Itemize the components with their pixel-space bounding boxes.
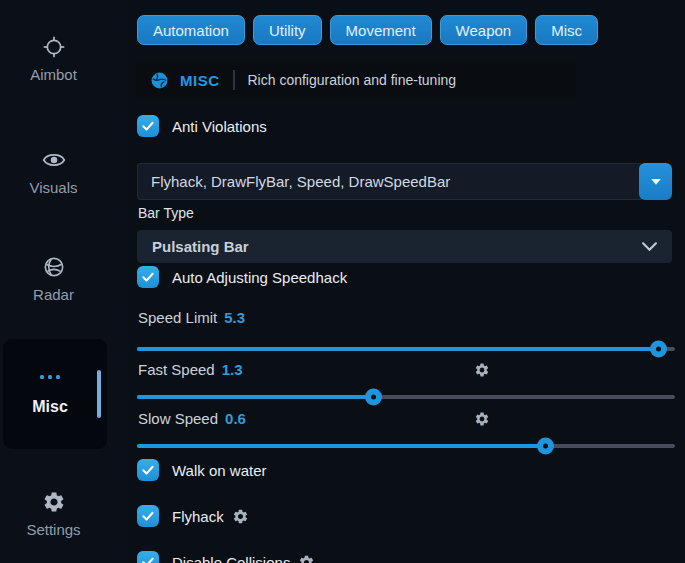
tab-weapon[interactable]: Weapon [440, 15, 528, 45]
slider-fill [137, 395, 374, 399]
tab-misc[interactable]: Misc [535, 15, 598, 45]
slider-track[interactable] [137, 395, 675, 399]
sidebar-item-aimbot[interactable]: Aimbot [0, 33, 107, 83]
gear-icon[interactable] [298, 554, 315, 563]
toggle-label: Disable Collisions [172, 554, 315, 563]
flyhack-toggle[interactable]: Flyhack [137, 505, 249, 527]
tab-movement[interactable]: Movement [330, 15, 432, 45]
sidebar-item-label: Settings [0, 521, 107, 538]
walk-on-water-toggle[interactable]: Walk on water [137, 459, 266, 481]
check-icon [141, 270, 155, 284]
check-icon [141, 509, 155, 523]
slider-thumb[interactable] [365, 388, 382, 405]
chevron-down-icon [642, 242, 657, 251]
tab-utility[interactable]: Utility [253, 15, 322, 45]
tab-automation[interactable]: Automation [137, 15, 245, 45]
slow-speed-label: Slow Speed 0.6 [138, 410, 246, 427]
section-header: MISC Rich configuration and fine-tuning [137, 62, 575, 98]
bar-type-dropdown[interactable]: Pulsating Bar [137, 230, 672, 263]
slider-thumb[interactable] [537, 437, 554, 454]
checkbox-checked[interactable] [137, 459, 159, 481]
checkbox-checked[interactable] [137, 551, 159, 563]
disable-collisions-toggle[interactable]: Disable Collisions [137, 551, 315, 563]
toggle-label: Anti Violations [172, 118, 267, 135]
toggle-text: Disable Collisions [172, 554, 290, 563]
speed-limit-slider[interactable] [137, 340, 675, 357]
slider-name: Fast Speed [138, 361, 215, 378]
speed-limit-label: Speed Limit 5.3 [138, 309, 245, 326]
flags-dropdown-value[interactable]: Flyhack, DrawFlyBar, Speed, DrawSpeedBar [137, 163, 641, 200]
slider-fill [137, 444, 546, 448]
check-icon [141, 463, 155, 477]
checkbox-checked[interactable] [137, 505, 159, 527]
anti-violations-toggle[interactable]: Anti Violations [137, 115, 267, 137]
globe-icon [150, 71, 169, 90]
slider-track[interactable] [137, 347, 675, 351]
fast-speed-slider[interactable] [137, 388, 675, 405]
toggle-label: Flyhack [172, 508, 249, 525]
slider-value: 5.3 [224, 309, 245, 326]
misc-panel: Automation Utility Movement Weapon Misc … [137, 0, 675, 563]
flags-dropdown-button[interactable] [639, 163, 672, 200]
gear-icon[interactable] [232, 508, 249, 525]
slider-track[interactable] [137, 444, 675, 448]
sidebar-item-radar[interactable]: Radar [0, 253, 107, 303]
sidebar-item-label: Visuals [0, 179, 107, 196]
globe-icon [0, 253, 107, 281]
check-icon [141, 119, 155, 133]
mod-menu-window: Aimbot Visuals Radar [0, 0, 685, 563]
sidebar-item-label: Aimbot [0, 66, 107, 83]
flags-dropdown-text: Flyhack, DrawFlyBar, Speed, DrawSpeedBar [151, 173, 450, 190]
checkbox-checked[interactable] [137, 266, 159, 288]
active-indicator [97, 370, 101, 418]
slider-fill [137, 347, 659, 351]
bar-type-label: Bar Type [138, 205, 194, 221]
gear-icon [0, 488, 107, 516]
gear-icon[interactable] [474, 362, 490, 382]
checkbox-checked[interactable] [137, 115, 159, 137]
ellipsis-icon [3, 375, 97, 379]
crosshair-icon [0, 33, 107, 61]
sidebar-item-label: Misc [3, 398, 97, 416]
sidebar-item-misc[interactable]: Misc [3, 339, 107, 449]
slider-name: Speed Limit [138, 309, 217, 326]
gear-icon[interactable] [474, 411, 490, 431]
fast-speed-label: Fast Speed 1.3 [138, 361, 243, 378]
sidebar-item-visuals[interactable]: Visuals [0, 146, 107, 196]
section-subtitle: Rich configuration and fine-tuning [248, 72, 457, 88]
auto-adjusting-speedhack-toggle[interactable]: Auto Adjusting Speedhack [137, 266, 347, 288]
slider-thumb[interactable] [650, 340, 667, 357]
toggle-label: Auto Adjusting Speedhack [172, 269, 347, 286]
slider-value: 1.3 [222, 361, 243, 378]
toggle-text: Flyhack [172, 508, 224, 525]
slider-value: 0.6 [225, 410, 246, 427]
slider-name: Slow Speed [138, 410, 218, 427]
check-icon [141, 555, 155, 563]
category-tabs: Automation Utility Movement Weapon Misc [137, 15, 598, 45]
sidebar: Aimbot Visuals Radar [0, 0, 130, 563]
header-divider [233, 70, 235, 90]
eye-icon [0, 146, 107, 174]
slow-speed-slider[interactable] [137, 437, 675, 454]
sidebar-item-settings[interactable]: Settings [0, 488, 107, 538]
bar-type-value: Pulsating Bar [152, 238, 249, 255]
toggle-label: Walk on water [172, 462, 266, 479]
section-title: MISC [180, 72, 220, 89]
caret-down-icon [650, 178, 662, 186]
sidebar-item-label: Radar [0, 286, 107, 303]
flags-dropdown: Flyhack, DrawFlyBar, Speed, DrawSpeedBar [137, 163, 672, 200]
